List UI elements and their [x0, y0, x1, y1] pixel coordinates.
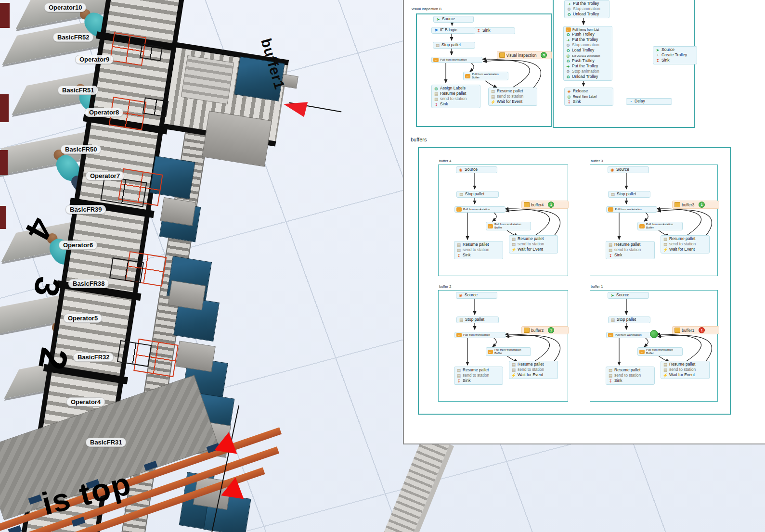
flow-row[interactable]: ▤Resume pallet — [434, 91, 478, 96]
flow-row[interactable]: ▤Resume pallet — [491, 89, 535, 94]
object-label[interactable]: BasicFR51 — [58, 86, 98, 95]
flow-row[interactable]: ➤Source — [655, 48, 695, 52]
object-label[interactable]: Operator5 — [64, 314, 102, 323]
flow-row[interactable]: ▤send to station — [434, 97, 478, 101]
flow-block-resume[interactable]: ▤Resume pallet ▤send to station ⚡Wait fo… — [488, 88, 537, 106]
flow-node-stop-pallet[interactable]: ▤Stop pallet — [608, 317, 650, 323]
flow-row[interactable]: ➜Put the Trolley — [566, 64, 610, 69]
flow-node-source[interactable]: ◉Source — [456, 166, 497, 173]
flow-node-pull-buffer[interactable]: ←Pull from workstationBuffer — [463, 72, 508, 80]
flow-row[interactable]: ♻Load Trolley — [566, 48, 610, 53]
flow-row[interactable]: ⚡Wait for Event — [663, 373, 707, 378]
flow-block-resume-sink[interactable]: ▤Resume pallet ▤send to station ↧Sink — [454, 367, 503, 385]
flow-row[interactable]: ▤Resume pallet — [663, 237, 707, 241]
flow-row[interactable]: ▤send to station — [491, 94, 535, 99]
flow-row[interactable]: ⚡Wait for Event — [511, 247, 556, 252]
station-machine[interactable] — [160, 197, 196, 226]
pusher-machine[interactable] — [202, 111, 272, 166]
flow-row[interactable]: ↧Sink — [608, 379, 652, 383]
flow-row[interactable]: ▤send to station — [663, 367, 707, 372]
flow-block-resume-wait[interactable]: ▤Resume pallet ▤send to station ⚡Wait fo… — [661, 235, 710, 253]
flow-row[interactable]: ⚙Stop animation — [566, 69, 610, 74]
flow-node-sink[interactable]: ↧Sink — [474, 27, 515, 34]
flow-row[interactable]: ⚙Stop animation — [567, 7, 607, 12]
flow-row[interactable]: ←Pull Items from List — [566, 27, 610, 32]
flow-row[interactable]: ♻Push Trolley — [566, 32, 610, 37]
flow-row[interactable]: ▤Resume pallet — [663, 362, 707, 367]
flow-node-pull-from-workstation[interactable]: ←Pull from workstation — [431, 57, 482, 63]
flow-block-resume-sink[interactable]: ▤Resume pallet ▤send to station ↧Sink — [606, 241, 655, 259]
object-label[interactable]: Operator8 — [85, 108, 123, 117]
flow-block-create-trolley[interactable]: ➤Source +Create Trolley ↧Sink — [653, 46, 697, 64]
object-label[interactable]: Operator6 — [59, 241, 97, 250]
flow-row[interactable]: ⚡Wait for Event — [663, 247, 707, 252]
flow-row[interactable]: ↧Sink — [567, 100, 611, 104]
flow-node-if-logic[interactable]: ⚑IF B logic — [431, 27, 475, 34]
flow-row[interactable]: ♻Unload Trolley — [567, 12, 607, 17]
flow-block-trolley-sequence[interactable]: ←Pull Items from List ♻Push Trolley ➜Put… — [563, 26, 612, 81]
buffer4-badge[interactable]: buffer41 — [521, 201, 569, 209]
flow-node-pull-buffer[interactable]: ←Pull from workstationBuffer — [486, 347, 531, 356]
flow-row[interactable]: ▤Resume pallet — [456, 368, 501, 373]
station-machine[interactable] — [168, 280, 206, 311]
flow-node-pull-from-workstation[interactable]: ←Pull from workstation — [606, 206, 657, 213]
flow-row[interactable]: +Create Trolley — [655, 53, 695, 58]
flow-node-source[interactable]: ➤Source — [433, 16, 474, 23]
flow-node-pull-from-workstation[interactable]: ←Pull from workstation — [454, 206, 506, 213]
flow-row[interactable]: ▤Resume pallet — [511, 237, 556, 241]
flow-row[interactable]: ⚡Wait for Event — [491, 100, 535, 104]
flow-row[interactable]: ⚡Wait for Event — [511, 373, 556, 378]
buffer2-badge[interactable]: buffer21 — [521, 326, 569, 334]
flow-row[interactable]: ▤Resume pallet — [608, 368, 652, 373]
object-label[interactable]: BasicFR32 — [73, 353, 114, 362]
flow-block-resume-wait[interactable]: ▤Resume pallet ▤send to station ⚡Wait fo… — [509, 235, 558, 253]
flow-node-stop-pallet[interactable]: ▤Stop pallet — [608, 191, 650, 198]
flow-node-delay[interactable]: ◔Delay — [626, 98, 672, 105]
flow-row[interactable]: ▤Resume pallet — [511, 362, 556, 367]
object-label[interactable]: BasicFR38 — [68, 279, 109, 288]
flow-node-stop-pallet[interactable]: ▤Stop pallet — [456, 191, 499, 198]
flow-node-source[interactable]: ◉Source — [456, 292, 497, 299]
flow-row[interactable]: ▤send to station — [608, 248, 652, 253]
flow-row[interactable]: ▤Resume pallet — [608, 242, 652, 247]
flow-row[interactable]: ♻Push Trolley — [566, 59, 610, 63]
flow-block-resume-wait[interactable]: ▤Resume pallet ▤send to station ⚡Wait fo… — [509, 361, 558, 379]
flow-block-unload[interactable]: ➜Put the Trolley ⚙Stop animation ♻Unload… — [564, 0, 609, 18]
flow-row[interactable]: ◎Set Queue2 Destination — [566, 53, 610, 58]
buffer1-badge[interactable]: buffer11 — [672, 326, 719, 334]
flow-row[interactable]: ▤send to station — [456, 248, 501, 253]
flow-node-source[interactable]: ◉Source — [608, 166, 649, 173]
flow-row[interactable]: ♻Unload Trolley — [566, 75, 610, 79]
pallet-stack[interactable] — [181, 55, 234, 104]
flow-row[interactable]: ⚙Stop animation — [566, 43, 610, 48]
flow-row[interactable]: ↧Sink — [456, 379, 501, 383]
flow-row[interactable]: ↧Sink — [608, 253, 652, 258]
flow-block-assign[interactable]: ◍Assign Labels ▤Resume pallet ▤send to s… — [431, 85, 480, 108]
flow-block-resume-sink[interactable]: ▤Resume pallet ▤send to station ↧Sink — [454, 241, 503, 259]
flow-row[interactable]: ▤Resume pallet — [456, 242, 501, 247]
flow-node-pull-from-workstation[interactable]: ←Pull from workstation — [454, 332, 506, 338]
object-label[interactable]: BasicFR50 — [61, 145, 101, 154]
flow-row[interactable]: ↧Sink — [434, 102, 478, 107]
flow-block-release[interactable]: ◈Release ◎Reset Item Label ↧Sink — [564, 88, 613, 106]
flow-row[interactable]: ▤send to station — [511, 367, 556, 372]
flow-row[interactable]: ▤send to station — [456, 373, 501, 378]
flow-row[interactable]: ➜Put the Trolley — [567, 1, 607, 6]
flow-node-stop-pallet[interactable]: ▤Stop pallet — [456, 317, 499, 323]
object-label[interactable]: BasicFR52 — [53, 33, 93, 42]
flow-row[interactable]: ▤send to station — [663, 242, 707, 247]
station-machine[interactable] — [175, 341, 216, 372]
object-label[interactable]: Operator9 — [75, 55, 114, 64]
flow-block-resume-wait[interactable]: ▤Resume pallet ▤send to station ⚡Wait fo… — [661, 361, 710, 379]
flow-row[interactable]: ↧Sink — [456, 253, 501, 258]
visual-inspection-badge[interactable]: visual inspection5 — [497, 51, 552, 59]
flow-node-pull-buffer[interactable]: ←Pull from workstationBuffer — [486, 222, 531, 230]
object-label[interactable]: BasicFR31 — [86, 438, 126, 447]
flow-node-pull-buffer[interactable]: ←Pull from workstationBuffer — [637, 222, 683, 230]
flow-row[interactable]: ➜Put the Trolley — [566, 38, 610, 42]
buffer3-badge[interactable]: buffer31 — [672, 201, 719, 209]
flow-row[interactable]: ▤send to station — [511, 242, 556, 247]
object-label[interactable]: BasicFR39 — [65, 205, 106, 214]
object-label[interactable]: Operator7 — [86, 171, 124, 180]
flow-row[interactable]: ◈Release — [567, 89, 611, 94]
